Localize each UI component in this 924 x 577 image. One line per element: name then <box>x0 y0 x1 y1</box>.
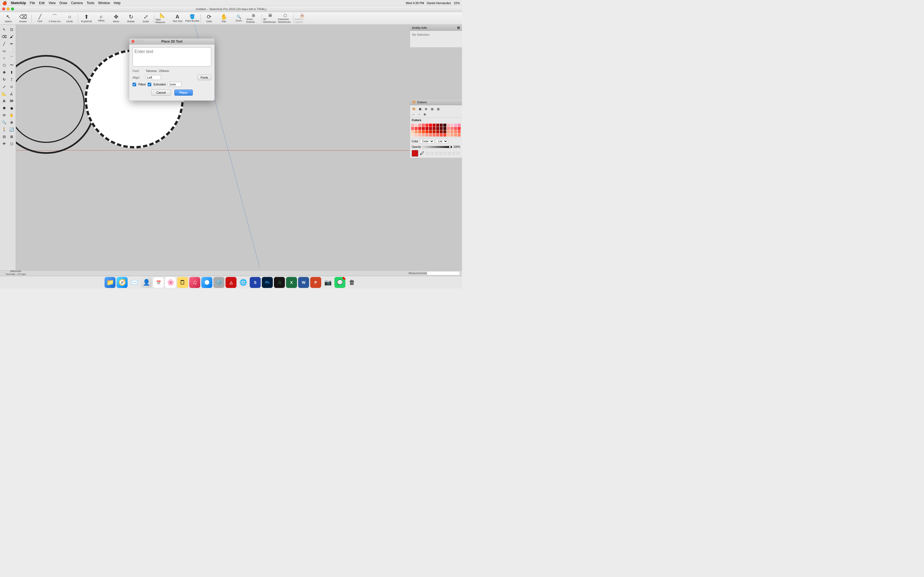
tool-zoom-extents[interactable]: ⊞Zoom Extents <box>246 13 261 24</box>
dock-contacts[interactable]: 👤 <box>141 277 152 288</box>
tool-offset[interactable]: ⊂Offset <box>94 13 108 24</box>
place-button[interactable]: Place <box>174 90 193 96</box>
color-cell[interactable] <box>415 124 418 127</box>
color-mini-cell[interactable] <box>435 152 438 155</box>
dock-chrome[interactable]: 🌐 <box>237 277 249 288</box>
menu-view[interactable]: View <box>48 1 55 5</box>
entity-info-resize[interactable]: ⊞ <box>457 26 460 30</box>
color-cell[interactable] <box>425 130 428 133</box>
canvas-viewport[interactable] <box>16 25 462 276</box>
color-cell[interactable] <box>433 127 436 130</box>
extrude-value-input[interactable] <box>168 82 181 87</box>
tool-paintbucket[interactable]: 🪣Paint Bucket <box>185 13 199 24</box>
dock-photoshop[interactable]: Ps <box>262 277 273 288</box>
color-cell[interactable] <box>440 124 443 127</box>
color-cell[interactable] <box>411 130 414 133</box>
palette-eraser[interactable]: ⌫ <box>0 33 8 40</box>
color-cell[interactable] <box>436 127 439 130</box>
tool-arc[interactable]: ⌒2 Point Arc <box>48 13 62 24</box>
palette-pencil[interactable]: ✏ <box>8 40 15 47</box>
measurements-input[interactable] <box>427 271 460 275</box>
menu-edit[interactable]: Edit <box>39 1 45 5</box>
color-cell[interactable] <box>443 127 446 130</box>
color-cell[interactable] <box>454 134 457 137</box>
color-mini-cell[interactable] <box>452 152 456 155</box>
color-cell[interactable] <box>418 124 421 127</box>
dock-sketchup[interactable]: S <box>250 277 261 288</box>
close-button[interactable] <box>2 7 5 10</box>
color-cell[interactable] <box>451 127 454 130</box>
opacity-slider[interactable] <box>422 146 452 148</box>
palette-rect2[interactable]: ⬜ <box>8 47 15 55</box>
colors-back-btn[interactable]: ← <box>411 112 416 117</box>
color-cell[interactable] <box>454 124 457 127</box>
palette-rect[interactable]: ▭ <box>0 47 8 55</box>
dock-notes[interactable]: 🗒 <box>177 277 188 288</box>
color-mini-cell[interactable] <box>443 152 447 155</box>
tool-circle[interactable]: ○Circle <box>62 13 77 24</box>
palette-arc[interactable]: ⌒ <box>8 55 15 61</box>
place-3d-text-dialog[interactable]: Place 3D Text Font: Tahoma : 254mm Align… <box>129 39 215 101</box>
dock-mail[interactable]: ✉️ <box>129 277 140 288</box>
color-tab-wheel[interactable]: 🎨 <box>411 106 417 111</box>
color-cell[interactable] <box>436 134 439 137</box>
color-cell[interactable] <box>433 134 436 137</box>
color-cell[interactable] <box>418 134 421 137</box>
color-cell[interactable] <box>447 127 450 130</box>
color-cell[interactable] <box>457 127 460 130</box>
color-cell[interactable] <box>422 130 425 133</box>
color-cell[interactable] <box>443 134 446 137</box>
color-cell[interactable] <box>454 130 457 133</box>
tool-zoom[interactable]: 🔍Zoom <box>231 13 246 24</box>
app-name[interactable]: SketchUp <box>11 1 26 5</box>
color-list-select[interactable]: List <box>436 139 448 144</box>
color-picker-eyedropper[interactable]: 🖊 <box>420 151 424 156</box>
palette-paint[interactable]: 🖌 <box>8 33 15 40</box>
tool-scale[interactable]: ⤢Scale <box>139 13 153 24</box>
color-cell[interactable] <box>422 124 425 127</box>
color-cell[interactable] <box>425 124 428 127</box>
tool-text[interactable]: AText Tool <box>170 13 184 24</box>
color-cell[interactable] <box>422 134 425 137</box>
color-cell[interactable] <box>457 134 460 137</box>
minimize-button[interactable] <box>6 7 10 10</box>
color-tab-image[interactable]: ▤ <box>429 106 435 111</box>
color-cell[interactable] <box>447 130 450 133</box>
tool-pan[interactable]: ✋Pan <box>217 13 231 24</box>
palette-3dtext[interactable]: 3D <box>8 97 15 105</box>
palette-move[interactable]: ✥ <box>0 69 8 76</box>
color-cell[interactable] <box>411 127 414 130</box>
dock-safari[interactable]: 🧭 <box>116 277 128 288</box>
tool-select[interactable]: ↖Select <box>1 13 15 24</box>
colors-add-btn[interactable]: ⊕ <box>422 112 427 117</box>
tool-eraser[interactable]: ⌫Eraser <box>16 13 30 24</box>
palette-text[interactable]: A <box>0 97 8 105</box>
color-cell[interactable] <box>411 124 414 127</box>
palette-tape[interactable]: 📐 <box>0 90 8 97</box>
color-cell[interactable] <box>418 130 421 133</box>
dialog-close-button[interactable] <box>131 40 134 43</box>
color-cell[interactable] <box>422 127 425 130</box>
color-cell[interactable] <box>436 124 439 127</box>
color-cell[interactable] <box>443 124 446 127</box>
palette-section[interactable]: ⊟ <box>0 133 8 140</box>
palette-freehand[interactable]: 〜 <box>8 61 15 69</box>
color-mini-cell[interactable] <box>448 152 451 155</box>
color-tab-crayons[interactable]: ▥ <box>435 106 441 111</box>
dock-artstudio[interactable]: △ <box>226 277 236 288</box>
dock-whatsapp[interactable]: 💬 4 <box>334 277 346 288</box>
palette-walk[interactable]: 🚶 <box>0 126 8 133</box>
palette-pan[interactable]: ✋ <box>8 111 15 119</box>
color-cell[interactable] <box>443 130 446 133</box>
palette-zoom[interactable]: 🔍 <box>0 119 8 126</box>
palette-polygon[interactable]: ⬡ <box>0 61 8 69</box>
color-mini-cell[interactable] <box>430 152 434 155</box>
tool-line[interactable]: ╱Line <box>33 13 47 24</box>
color-cell[interactable] <box>447 124 450 127</box>
color-cell[interactable] <box>457 124 460 127</box>
tool-pushpull[interactable]: ⬆Push/Pull <box>79 13 94 24</box>
fonts-button[interactable]: Fonts <box>197 75 211 80</box>
color-cell[interactable] <box>425 134 428 137</box>
colors-forward-btn[interactable]: → <box>417 112 422 117</box>
dock-finder[interactable]: 📁 <box>105 277 115 288</box>
